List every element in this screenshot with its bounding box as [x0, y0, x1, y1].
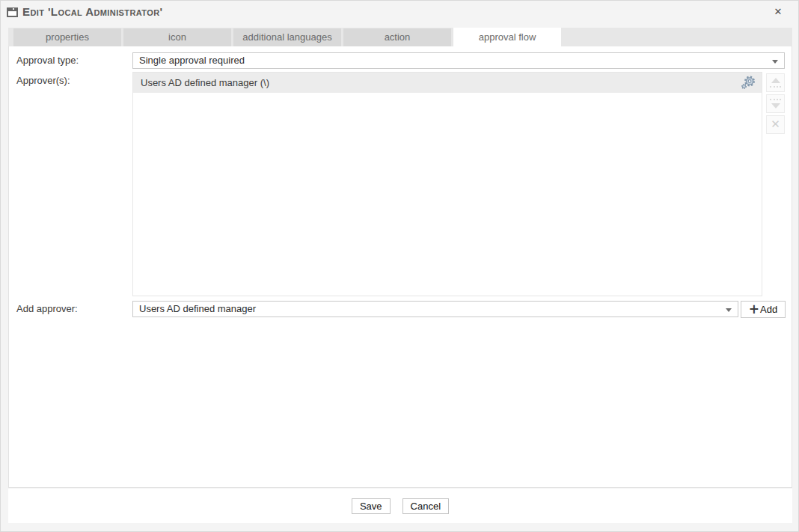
x-icon: ✕	[767, 116, 784, 133]
add-approver-select[interactable]: Users AD defined manager	[132, 301, 738, 317]
window-icon	[7, 7, 18, 17]
add-approver-button[interactable]: + Add	[741, 301, 786, 318]
tab-icon[interactable]: icon	[123, 28, 231, 46]
approver-list-item[interactable]: Users AD defined manager (\)	[133, 73, 762, 93]
move-up-dots	[770, 86, 781, 88]
approval-type-select[interactable]: Single approval required	[132, 52, 785, 69]
cancel-button[interactable]: Cancel	[402, 498, 449, 514]
approvers-label: Approver(s):	[16, 75, 70, 86]
tab-action[interactable]: action	[343, 28, 451, 46]
approval-flow-panel: Approval type: Single approval required …	[8, 46, 792, 488]
gears-icon	[740, 76, 756, 90]
approval-type-value: Single approval required	[139, 55, 245, 66]
tab-properties[interactable]: properties	[13, 28, 121, 46]
dialog-footer: Save Cancel	[8, 489, 792, 523]
move-down-dots	[770, 99, 781, 100]
chevron-down-icon	[772, 60, 778, 64]
approver-name: Users AD defined manager (\)	[141, 77, 269, 88]
arrow-up-icon	[771, 78, 780, 83]
remove-approver-button[interactable]: ✕	[766, 115, 785, 134]
move-down-button[interactable]	[766, 94, 785, 113]
move-up-button[interactable]	[766, 73, 785, 92]
save-button[interactable]: Save	[352, 498, 391, 514]
tab-approval-flow[interactable]: approval flow	[453, 28, 561, 46]
approval-type-label: Approval type:	[16, 55, 79, 66]
dialog-title: Edit 'Local Administrator'	[22, 5, 163, 18]
titlebar: Edit 'Local Administrator' ✕	[1, 1, 798, 28]
add-approver-label: Add approver:	[16, 303, 78, 314]
chevron-down-icon	[726, 308, 732, 312]
approvers-list: Users AD defined manager (\)	[132, 72, 762, 296]
close-icon[interactable]: ✕	[771, 4, 786, 20]
tab-additional-languages[interactable]: additional languages	[233, 28, 341, 46]
tab-strip: properties icon additional languages act…	[8, 28, 792, 46]
add-button-label: Add	[760, 304, 777, 315]
arrow-down-icon	[771, 103, 780, 108]
add-approver-value: Users AD defined manager	[139, 303, 256, 314]
plus-icon: +	[749, 303, 759, 316]
edit-dialog: Edit 'Local Administrator' ✕ properties …	[0, 0, 799, 532]
